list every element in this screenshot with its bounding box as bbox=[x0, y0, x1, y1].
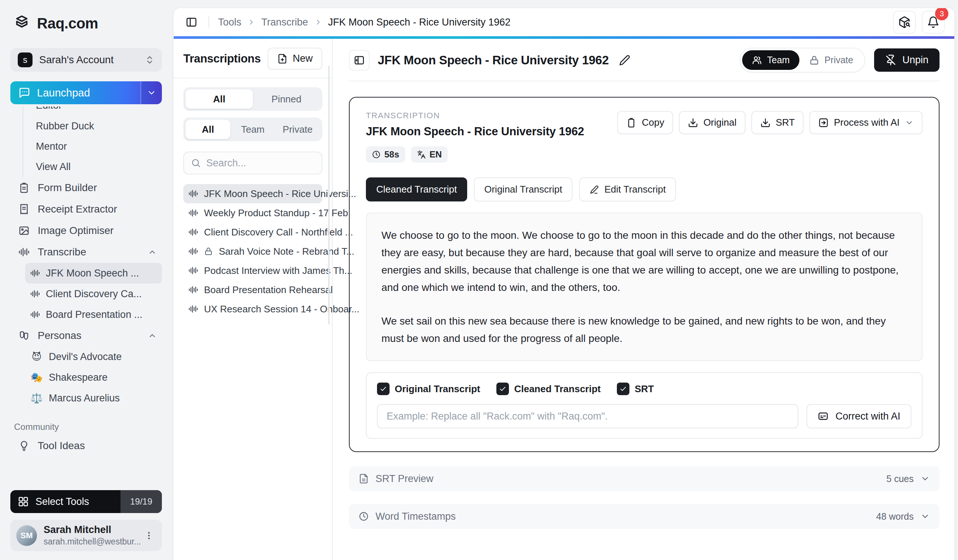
sidebar-item-jfk-moon-speech[interactable]: JFK Moon Speech ... bbox=[25, 263, 162, 284]
launchpad-expand-button[interactable] bbox=[140, 81, 162, 104]
user-avatar: SM bbox=[16, 525, 37, 546]
new-transcription-button[interactable]: New bbox=[268, 48, 322, 70]
image-icon bbox=[19, 225, 30, 236]
search-input[interactable] bbox=[206, 157, 337, 169]
private-visibility-button[interactable]: Private bbox=[799, 50, 863, 70]
waveform-icon bbox=[30, 268, 40, 278]
sidebar-item-board-presentation[interactable]: Board Presentation ... bbox=[25, 304, 162, 325]
download-srt-button[interactable]: SRT bbox=[752, 111, 804, 134]
breadcrumb-transcribe[interactable]: Transcribe bbox=[261, 17, 308, 28]
list-item[interactable]: Podcast Interview with James Th... bbox=[183, 261, 322, 280]
select-tools-label: Select Tools bbox=[35, 496, 89, 508]
transcript-view-tabs: Cleaned Transcript Original Transcript E… bbox=[366, 178, 923, 201]
breadcrumb-tools[interactable]: Tools bbox=[218, 17, 241, 28]
tab-scope-private[interactable]: Private bbox=[275, 120, 320, 139]
sidebar-item-image-optimiser[interactable]: Image Optimiser bbox=[10, 220, 162, 241]
transcript-paragraph: We choose to go to the moon. We choose t… bbox=[381, 227, 907, 296]
list-item[interactable]: Weekly Product Standup - 17 Feb bbox=[183, 203, 322, 222]
notifications-button[interactable]: 3 bbox=[922, 11, 945, 33]
brand[interactable]: Raq.com bbox=[10, 15, 162, 32]
checkbox-original-transcript[interactable]: Original Transcript bbox=[377, 382, 480, 395]
tab-scope-team[interactable]: Team bbox=[230, 120, 275, 139]
sidebar: Raq.com s Sarah's Account Launchpad bbox=[0, 0, 172, 560]
app-root: Raq.com s Sarah's Account Launchpad bbox=[0, 0, 958, 560]
download-original-button[interactable]: Original bbox=[679, 111, 745, 134]
correct-with-ai-button[interactable]: Correct with AI bbox=[806, 404, 912, 428]
sidebar-nav: Editor Rubber Duck Mentor View All Form … bbox=[10, 106, 162, 490]
sidebar-item-receipt-extractor[interactable]: Receipt Extractor bbox=[10, 198, 162, 220]
sidebar-item-client-discovery[interactable]: Client Discovery Ca... bbox=[25, 284, 162, 304]
page-title: JFK Moon Speech - Rice University 1962 bbox=[378, 53, 609, 67]
chat-bubble-icon bbox=[19, 87, 30, 99]
sidebar-item-marcus-aurelius[interactable]: ⚖️ Marcus Aurelius bbox=[25, 388, 162, 408]
file-text-icon bbox=[358, 473, 369, 484]
tab-original-transcript[interactable]: Original Transcript bbox=[474, 178, 573, 201]
word-timestamps-label: Word Timestamps bbox=[376, 511, 456, 522]
sidebar-item-personas[interactable]: Personas bbox=[10, 325, 162, 346]
unpin-button[interactable]: Unpin bbox=[874, 48, 939, 72]
sidebar-item-view-all[interactable]: View All bbox=[23, 157, 162, 177]
launchpad-main[interactable]: Launchpad bbox=[10, 87, 140, 99]
select-tools-button[interactable]: Select Tools 19/19 bbox=[10, 490, 162, 513]
list-item[interactable]: Client Discovery Call - Northfield ... bbox=[183, 222, 322, 242]
sidebar-item-rubber-duck[interactable]: Rubber Duck bbox=[23, 116, 162, 136]
word-count: 48 words bbox=[876, 511, 914, 522]
user-card[interactable]: SM Sarah Mitchell sarah.mitchell@westbur… bbox=[10, 520, 162, 551]
transcript-paragraph: We set sail on this new sea because ther… bbox=[381, 313, 907, 347]
checked-checkbox-icon bbox=[377, 382, 390, 395]
waveform-icon bbox=[189, 266, 198, 275]
process-with-ai-button[interactable]: Process with AI bbox=[809, 111, 923, 134]
checkbox-cleaned-transcript[interactable]: Cleaned Transcript bbox=[496, 382, 601, 395]
sidebar-item-label: Personas bbox=[38, 330, 81, 341]
sidebar-item-transcribe[interactable]: Transcribe bbox=[10, 241, 162, 263]
clock-icon bbox=[358, 511, 369, 522]
tab-edit-transcript[interactable]: Edit Transcript bbox=[579, 178, 676, 201]
sidebar-item-devils-advocate[interactable]: 😈 Devil's Advocate bbox=[25, 346, 162, 367]
chevron-down-icon bbox=[920, 474, 930, 484]
waveform-icon bbox=[30, 310, 40, 319]
sidebar-item-label: Image Optimiser bbox=[38, 225, 113, 236]
checked-checkbox-icon bbox=[617, 382, 630, 395]
list-item[interactable]: JFK Moon Speech - Rice Universi... bbox=[183, 184, 322, 203]
theater-masks-icon bbox=[19, 330, 30, 341]
masks-emoji-icon: 🎭 bbox=[30, 372, 43, 383]
tab-scope-all[interactable]: All bbox=[186, 120, 230, 139]
waveform-icon bbox=[189, 227, 198, 237]
sidebar-item-form-builder[interactable]: Form Builder bbox=[10, 177, 162, 198]
tab-all[interactable]: All bbox=[186, 89, 253, 109]
sidebar-item-mentor[interactable]: Mentor bbox=[23, 136, 162, 157]
language-badge: EN bbox=[411, 146, 447, 163]
tab-cleaned-transcript[interactable]: Cleaned Transcript bbox=[366, 178, 467, 201]
accent-gradient-bar bbox=[174, 36, 954, 39]
panel-scrollbar[interactable] bbox=[328, 66, 330, 325]
edit-title-button[interactable] bbox=[617, 52, 632, 68]
user-menu-button[interactable] bbox=[142, 528, 156, 543]
card-kicker: TRANSCRIPTION bbox=[366, 111, 584, 121]
launchpad-button[interactable]: Launchpad bbox=[10, 81, 162, 104]
srt-preview-row[interactable]: SRT Preview 5 cues bbox=[349, 466, 939, 491]
team-visibility-button[interactable]: Team bbox=[742, 50, 799, 70]
list-item[interactable]: Sarah Voice Note - Rebrand T... bbox=[183, 242, 322, 261]
title-row: JFK Moon Speech - Rice University 1962 T… bbox=[349, 48, 939, 73]
sidebar-item-label: Receipt Extractor bbox=[38, 203, 117, 215]
package-search-button[interactable] bbox=[893, 11, 916, 33]
breadcrumb-current: JFK Moon Speech - Rice University 1962 bbox=[328, 17, 511, 28]
checkbox-srt[interactable]: SRT bbox=[617, 382, 654, 395]
sidebar-item-editor[interactable]: Editor bbox=[23, 106, 162, 116]
waveform-icon bbox=[189, 189, 198, 198]
sidebar-item-shakespeare[interactable]: 🎭 Shakespeare bbox=[25, 367, 162, 388]
account-name: Sarah's Account bbox=[39, 54, 138, 66]
main-content: JFK Moon Speech - Rice University 1962 T… bbox=[333, 39, 954, 560]
tab-pinned[interactable]: Pinned bbox=[253, 89, 320, 109]
correction-instruction-input[interactable] bbox=[377, 404, 798, 428]
sidebar-item-label: Board Presentation ... bbox=[46, 309, 142, 320]
account-switcher[interactable]: s Sarah's Account bbox=[10, 48, 162, 72]
collapse-panel-button[interactable] bbox=[349, 50, 370, 71]
sidebar-toggle-button[interactable] bbox=[183, 14, 200, 30]
copy-button[interactable]: Copy bbox=[617, 111, 673, 134]
sidebar-item-tool-ideas[interactable]: Tool Ideas bbox=[10, 435, 162, 457]
word-timestamps-row[interactable]: Word Timestamps 48 words bbox=[349, 504, 939, 529]
waveform-icon bbox=[189, 285, 198, 295]
list-item[interactable]: UX Research Session 14 - Onboar... bbox=[183, 300, 322, 319]
list-item[interactable]: Board Presentation Rehearsal bbox=[183, 280, 322, 300]
